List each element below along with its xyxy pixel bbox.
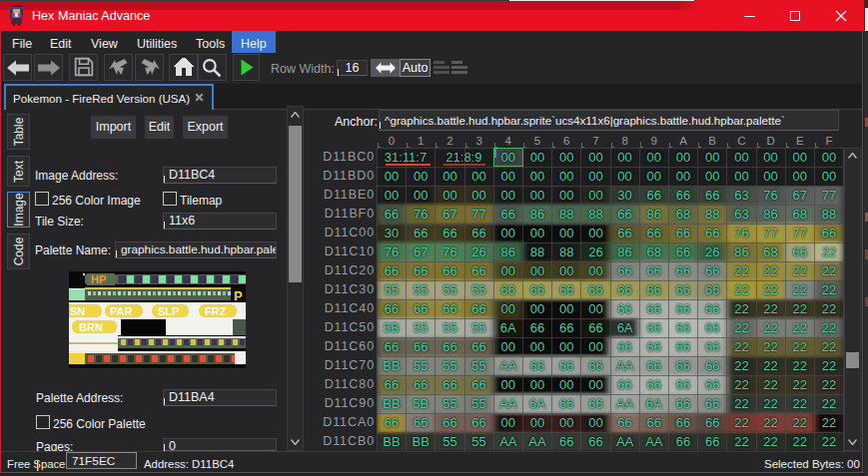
svg-text:SN: SN: [70, 305, 85, 317]
svg-text:SLP: SLP: [158, 305, 179, 317]
svg-text:PAR: PAR: [110, 305, 132, 317]
svg-text:FRZ: FRZ: [205, 305, 227, 317]
svg-text:BRN: BRN: [79, 321, 103, 333]
svg-text:P: P: [234, 288, 243, 303]
svg-text:HP: HP: [91, 273, 106, 285]
